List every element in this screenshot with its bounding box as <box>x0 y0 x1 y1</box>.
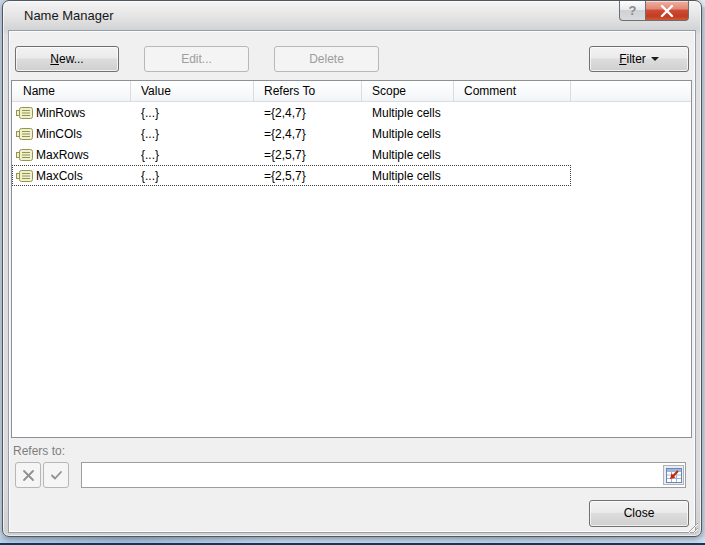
column-header-scope[interactable]: Scope <box>362 81 454 101</box>
column-header-filler <box>571 81 691 101</box>
table-row[interactable]: MinCOls {...} ={2,4,7} Multiple cells <box>12 123 571 144</box>
dropdown-arrow-icon <box>651 57 659 61</box>
value-cell: {...} <box>131 106 254 120</box>
close-button[interactable]: Close <box>589 500 689 527</box>
scope-cell: Multiple cells <box>362 127 454 141</box>
names-list[interactable]: Name Value Refers To Scope Comment MinRo… <box>11 80 692 438</box>
collapse-dialog-button[interactable] <box>663 465 684 485</box>
scope-cell: Multiple cells <box>362 106 454 120</box>
refers-to-cell: ={2,4,7} <box>254 106 362 120</box>
dialog-title: Name Manager <box>24 8 114 23</box>
close-icon <box>660 5 674 17</box>
column-header-refers-to[interactable]: Refers To <box>254 81 362 101</box>
filter-button-accel: F <box>619 52 626 66</box>
commit-check-icon <box>50 470 63 481</box>
help-icon: ? <box>629 3 637 18</box>
column-header-name[interactable]: Name <box>12 81 131 101</box>
defined-name-tag-icon <box>16 107 33 119</box>
value-cell: {...} <box>131 127 254 141</box>
refers-to-cell: ={2,5,7} <box>254 148 362 162</box>
scope-cell: Multiple cells <box>362 148 454 162</box>
list-header: Name Value Refers To Scope Comment <box>12 81 691 102</box>
value-cell: {...} <box>131 169 254 183</box>
refers-to-input[interactable] <box>81 462 686 488</box>
help-button[interactable]: ? <box>619 1 646 21</box>
cancel-button <box>15 462 41 488</box>
close-button-label: Close <box>624 506 655 520</box>
name-cell: MinRows <box>12 106 131 120</box>
column-header-value[interactable]: Value <box>131 81 254 101</box>
column-header-comment[interactable]: Comment <box>454 81 571 101</box>
new-button-accel: N <box>50 52 59 66</box>
defined-name-tag-icon <box>16 149 33 161</box>
name-cell: MaxRows <box>12 148 131 162</box>
cancel-icon <box>22 469 35 482</box>
commit-button <box>43 462 69 488</box>
refers-to-cell: ={2,5,7} <box>254 169 362 183</box>
new-button-label: ew... <box>59 52 84 66</box>
value-cell: {...} <box>131 148 254 162</box>
table-row[interactable]: MinRows {...} ={2,4,7} Multiple cells <box>12 102 571 123</box>
collapse-dialog-icon <box>666 468 682 483</box>
scope-cell: Multiple cells <box>362 169 454 183</box>
delete-button-label: Delete <box>309 52 344 66</box>
refers-to-cell: ={2,4,7} <box>254 127 362 141</box>
name-cell: MaxCols <box>12 169 131 183</box>
edit-button-label: Edit... <box>181 52 212 66</box>
edit-button: Edit... <box>144 46 249 72</box>
table-row[interactable]: MaxRows {...} ={2,5,7} Multiple cells <box>12 144 571 165</box>
filter-button-label: ilter <box>627 52 646 66</box>
close-window-button[interactable] <box>645 1 689 21</box>
defined-name-tag-icon <box>16 170 33 182</box>
name-manager-dialog: Name Manager ? New... Edit... Delete Fil… <box>2 0 702 537</box>
resize-grip-icon[interactable] <box>686 521 699 534</box>
table-row-focused[interactable]: MaxCols {...} ={2,5,7} Multiple cells <box>12 165 571 186</box>
defined-name-tag-icon <box>16 128 33 140</box>
refers-to-label: Refers to: <box>13 444 65 458</box>
new-button[interactable]: New... <box>15 46 119 72</box>
delete-button: Delete <box>274 46 379 72</box>
name-cell: MinCOls <box>12 127 131 141</box>
caption-buttons: ? <box>619 1 689 21</box>
filter-button[interactable]: Filter <box>589 46 689 72</box>
